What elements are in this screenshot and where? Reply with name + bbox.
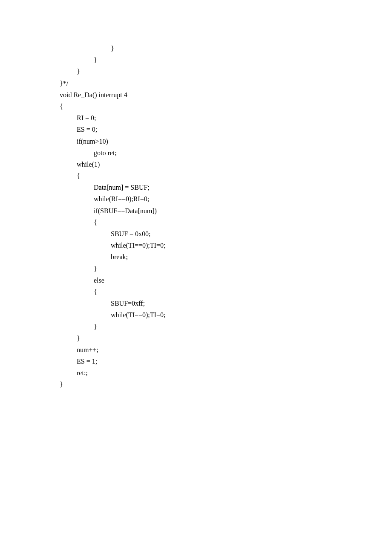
code-line: } xyxy=(60,43,392,54)
code-line: { xyxy=(60,286,392,298)
code-line: } xyxy=(60,263,392,275)
code-line: goto ret; xyxy=(60,147,392,159)
code-line: num++; xyxy=(60,344,392,356)
code-line: } xyxy=(60,379,392,390)
code-line: if(num>10) xyxy=(60,136,392,147)
code-line: else xyxy=(60,275,392,286)
code-line: { xyxy=(60,217,392,228)
code-line: }*/ xyxy=(60,78,392,89)
code-line: { xyxy=(60,101,392,112)
code-line: if(SBUF==Data[num]) xyxy=(60,205,392,217)
code-line: } xyxy=(60,321,392,332)
code-line: break; xyxy=(60,251,392,263)
code-line: while(RI==0);RI=0; xyxy=(60,193,392,205)
code-listing: }}}}*/void Re_Da() interrupt 4{RI = 0;ES… xyxy=(60,43,392,390)
code-line: { xyxy=(60,170,392,182)
code-line: ES = 0; xyxy=(60,124,392,135)
code-line: } xyxy=(60,332,392,344)
code-line: while(TI==0);TI=0; xyxy=(60,309,392,321)
code-line: void Re_Da() interrupt 4 xyxy=(60,89,392,101)
code-line: } xyxy=(60,66,392,77)
code-line: Data[num] = SBUF; xyxy=(60,182,392,193)
code-line: while(1) xyxy=(60,159,392,170)
code-line: SBUF = 0x00; xyxy=(60,228,392,240)
code-line: while(TI==0);TI=0; xyxy=(60,240,392,251)
code-line: SBUF=0xff; xyxy=(60,298,392,309)
code-line: ES = 1; xyxy=(60,356,392,367)
code-line: RI = 0; xyxy=(60,112,392,124)
code-line: } xyxy=(60,54,392,66)
code-line: ret:; xyxy=(60,367,392,379)
